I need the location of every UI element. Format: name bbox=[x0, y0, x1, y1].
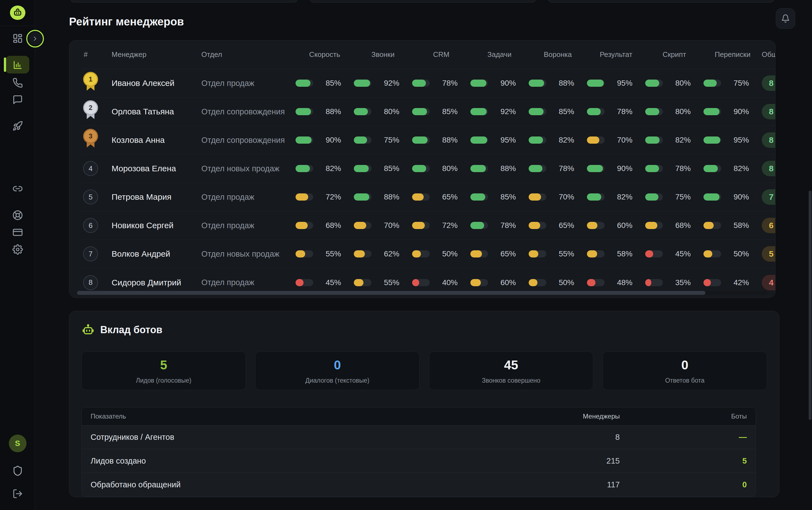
metric-cell: 72% bbox=[295, 193, 354, 201]
sidebar-item-settings[interactable] bbox=[0, 244, 35, 255]
horizontal-scrollbar-track[interactable] bbox=[77, 291, 767, 295]
progress-bar bbox=[645, 279, 663, 286]
metric-cell: 58% bbox=[587, 250, 645, 258]
metric-cell: 90% bbox=[470, 79, 529, 88]
metric-value: 50% bbox=[721, 250, 762, 258]
progress-bar bbox=[703, 250, 721, 257]
metric-cell: 82% bbox=[529, 136, 587, 144]
chat-bubble-icon bbox=[12, 94, 23, 105]
link-icon bbox=[12, 183, 23, 194]
medal-gold-icon: 1 bbox=[80, 72, 112, 94]
progress-bar bbox=[529, 193, 546, 201]
metric-value: 65% bbox=[488, 250, 529, 258]
metric-value: 60% bbox=[605, 221, 645, 230]
bots-col-metric: Показатель bbox=[91, 413, 548, 420]
metric-cell: 40% bbox=[412, 278, 470, 287]
sidebar-item-integrations[interactable] bbox=[0, 183, 35, 194]
user-avatar[interactable]: S bbox=[0, 434, 35, 452]
metric-value: 45% bbox=[313, 278, 354, 287]
metric-value: 90% bbox=[721, 193, 762, 201]
sidebar-item-security[interactable] bbox=[0, 465, 35, 476]
column-header-7: Воронка bbox=[529, 50, 587, 59]
manager-department: Отдел продаж bbox=[201, 221, 295, 230]
progress-bar bbox=[645, 108, 663, 115]
progress-bar bbox=[470, 250, 488, 257]
metric-cell: 88% bbox=[412, 136, 470, 144]
column-header-0: # bbox=[80, 50, 112, 59]
credit-card-icon bbox=[12, 227, 23, 237]
metric-value: 78% bbox=[605, 107, 645, 116]
progress-bar bbox=[354, 222, 372, 229]
metric-cell: 88% bbox=[470, 164, 529, 173]
metric-cell: 78% bbox=[412, 79, 470, 88]
manager-name: Орлова Татьяна bbox=[112, 107, 201, 116]
sidebar-item-calls[interactable] bbox=[0, 78, 35, 88]
page-scrollbar-thumb[interactable] bbox=[809, 191, 811, 420]
metric-cell: 70% bbox=[587, 136, 645, 144]
manager-department: Отдел сопровождения bbox=[201, 107, 295, 116]
metric-value: 80% bbox=[430, 164, 470, 173]
sidebar-item-billing[interactable] bbox=[0, 227, 35, 237]
manager-department: Отдел сопровождения bbox=[201, 136, 295, 145]
metric-cell: 50% bbox=[412, 250, 470, 258]
table-row: 2Орлова ТатьянаОтдел сопровождения88%80%… bbox=[80, 97, 775, 126]
progress-bar bbox=[354, 250, 372, 257]
column-header-9: Скрипт bbox=[645, 50, 703, 59]
metric-cell: 78% bbox=[587, 107, 645, 116]
metric-cell: 88% bbox=[529, 79, 587, 88]
metric-cell: 85% bbox=[470, 193, 529, 201]
analytics-chart-icon[interactable] bbox=[0, 60, 35, 70]
cut-card-2 bbox=[310, 0, 536, 2]
metric-cell: 70% bbox=[529, 193, 587, 201]
progress-bar bbox=[645, 165, 663, 172]
sidebar-item-support[interactable] bbox=[0, 210, 35, 221]
column-header-6: Задачи bbox=[470, 50, 529, 59]
progress-bar bbox=[354, 137, 372, 144]
metric-cell: 80% bbox=[645, 79, 703, 88]
metric-value: 90% bbox=[605, 164, 645, 173]
metric-value: 88% bbox=[430, 136, 470, 144]
progress-bar bbox=[587, 222, 605, 229]
progress-bar bbox=[412, 193, 430, 201]
manager-name: Сидоров Дмитрий bbox=[112, 278, 201, 287]
metric-cell: 90% bbox=[587, 164, 645, 173]
progress-bar bbox=[587, 165, 605, 172]
logout-icon bbox=[12, 488, 23, 499]
overall-badge-cell: 8 bbox=[762, 161, 776, 176]
progress-bar bbox=[703, 80, 721, 87]
metric-value: 92% bbox=[372, 79, 412, 88]
rank-circle: 5 bbox=[80, 190, 112, 204]
metric-value: 42% bbox=[721, 278, 762, 287]
sidebar-expand-button[interactable] bbox=[26, 30, 44, 48]
metric-label: Лидов создано bbox=[91, 456, 548, 465]
overall-score-badge: 8 bbox=[762, 132, 776, 148]
progress-bar bbox=[529, 108, 546, 115]
metric-cell: 80% bbox=[354, 107, 412, 116]
app-logo[interactable] bbox=[0, 5, 35, 20]
column-header-11: Общ bbox=[762, 50, 776, 59]
progress-bar bbox=[587, 250, 605, 257]
metric-cell: 60% bbox=[587, 221, 645, 230]
metric-value: 55% bbox=[546, 250, 587, 258]
metric-value: 82% bbox=[663, 136, 703, 144]
progress-bar bbox=[529, 165, 546, 172]
metric-value: 88% bbox=[372, 193, 412, 201]
medal-bronze-icon: 3 bbox=[80, 129, 112, 151]
metric-cell: 85% bbox=[295, 79, 354, 88]
column-header-5: CRM bbox=[412, 50, 470, 59]
progress-bar bbox=[354, 279, 372, 286]
sidebar-item-chats[interactable] bbox=[0, 94, 35, 105]
metric-cell: 65% bbox=[529, 221, 587, 230]
metric-cell: 85% bbox=[412, 107, 470, 116]
horizontal-scrollbar-thumb[interactable] bbox=[77, 291, 705, 295]
sidebar-item-logout[interactable] bbox=[0, 488, 35, 499]
rating-table-body: 1Иванов АлексейОтдел продаж85%92%78%90%8… bbox=[80, 69, 775, 297]
sidebar-item-campaigns[interactable] bbox=[0, 121, 35, 131]
progress-bar bbox=[470, 222, 488, 229]
progress-bar bbox=[703, 193, 721, 201]
progress-bar bbox=[470, 137, 488, 144]
notifications-button[interactable] bbox=[776, 8, 795, 29]
manager-department: Отдел продаж bbox=[201, 193, 295, 202]
metric-cell: 88% bbox=[295, 107, 354, 116]
manager-name: Морозова Елена bbox=[112, 164, 201, 173]
